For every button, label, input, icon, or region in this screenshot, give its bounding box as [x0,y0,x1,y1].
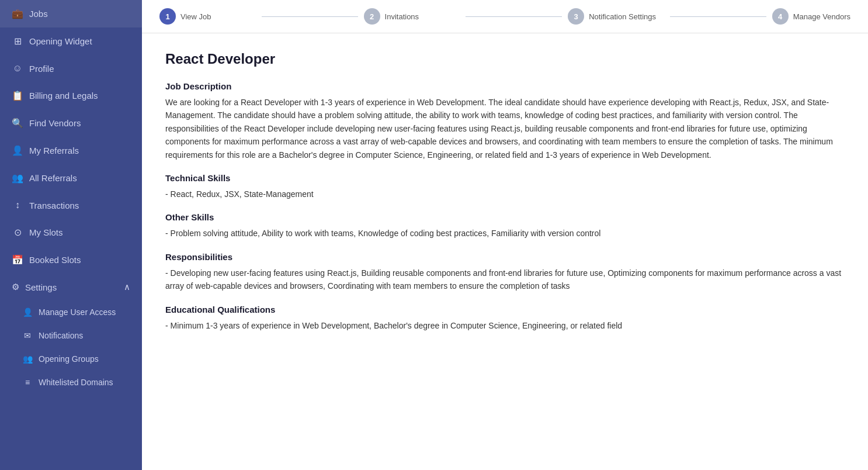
section-content-job-description: We are looking for a React Developer wit… [165,96,845,161]
my-slots-icon: ⊙ [12,227,23,238]
step-4: 4 Manage Vendors [772,8,850,25]
whitelisted-domains-icon: ≡ [22,378,33,387]
sidebar-label-billing-legals: Billing and Legals [29,91,98,101]
section-title-technical-skills: Technical Skills [165,173,845,183]
step-circle-3: 3 [568,8,584,25]
sidebar-label-booked-slots: Booked Slots [29,255,81,265]
jobs-icon: 💼 [12,8,23,19]
step-2: 2 Invitations [364,8,460,25]
sidebar-item-jobs[interactable]: 💼Jobs [0,0,142,27]
transactions-icon: ↕ [12,200,23,210]
step-1: 1 View Job [159,8,256,25]
sidebar-label-find-vendors: Find Vendors [29,118,81,128]
sidebar: 💼Jobs⊞Opening Widget☺Profile📋Billing and… [0,0,142,470]
step-label-2: Invitations [385,12,419,21]
step-3: 3 Notification Settings [568,8,664,25]
sidebar-label-my-referrals: My Referrals [29,146,79,155]
settings-icon: ⚙ [12,282,19,292]
main-content: 1 View Job 2 Invitations 3 Notification … [142,0,868,470]
sidebar-label-transactions: Transactions [29,201,79,210]
sidebar-settings-label: Settings [25,282,57,292]
stepper: 1 View Job 2 Invitations 3 Notification … [142,0,868,33]
sidebar-item-find-vendors[interactable]: 🔍Find Vendors [0,109,142,137]
sidebar-label-manage-user-access: Manage User Access [39,307,116,317]
sidebar-label-jobs: Jobs [29,9,48,19]
section-title-responsibilities: Responsibilities [165,252,845,262]
profile-icon: ☺ [12,63,23,74]
chevron-up-icon: ∧ [124,282,130,292]
step-line-1 [262,16,358,17]
sidebar-label-my-slots: My Slots [29,227,63,237]
sidebar-label-opening-widget: Opening Widget [29,36,92,46]
section-content-other-skills: - Problem solving attitude, Ability to w… [165,227,845,240]
all-referrals-icon: 👥 [12,172,23,184]
opening-widget-icon: ⊞ [12,36,23,47]
sidebar-label-notifications: Notifications [39,331,83,340]
sidebar-item-opening-groups[interactable]: 👥Opening Groups [0,347,142,371]
sidebar-item-billing-legals[interactable]: 📋Billing and Legals [0,82,142,109]
step-label-3: Notification Settings [589,12,656,21]
sidebar-label-whitelisted-domains: Whitelisted Domains [39,378,113,387]
booked-slots-icon: 📅 [12,254,23,265]
section-content-responsibilities: - Developing new user-facing features us… [165,267,845,293]
step-circle-4: 4 [772,8,789,25]
sidebar-label-all-referrals: All Referrals [29,173,77,183]
billing-legals-icon: 📋 [12,90,23,101]
section-content-technical-skills: - React, Redux, JSX, State-Management [165,188,845,201]
sidebar-item-whitelisted-domains[interactable]: ≡Whitelisted Domains [0,371,142,394]
sidebar-item-my-slots[interactable]: ⊙My Slots [0,219,142,246]
sidebar-item-profile[interactable]: ☺Profile [0,55,142,82]
sidebar-label-opening-groups: Opening Groups [39,354,99,364]
step-line-2 [466,16,562,17]
section-title-job-description: Job Description [165,81,845,91]
find-vendors-icon: 🔍 [12,117,23,129]
step-circle-2: 2 [364,8,380,25]
step-label-4: Manage Vendors [793,12,850,21]
manage-user-access-icon: 👤 [22,307,33,317]
notifications-icon: ✉ [22,331,33,340]
sidebar-item-notifications[interactable]: ✉Notifications [0,324,142,347]
section-title-educational-qualifications: Educational Qualifications [165,305,845,315]
sidebar-settings-toggle[interactable]: ⚙ Settings ∧ [0,274,142,300]
sidebar-item-manage-user-access[interactable]: 👤Manage User Access [0,300,142,324]
opening-groups-icon: 👥 [22,354,33,364]
step-label-1: View Job [180,12,211,21]
content-area: React Developer Job DescriptionWe are lo… [142,33,868,470]
step-circle-1: 1 [159,8,176,25]
sidebar-label-profile: Profile [29,64,54,74]
sidebar-item-opening-widget[interactable]: ⊞Opening Widget [0,27,142,55]
section-content-educational-qualifications: - Minimum 1-3 years of experience in Web… [165,319,845,332]
sidebar-item-all-referrals[interactable]: 👥All Referrals [0,164,142,192]
sidebar-item-transactions[interactable]: ↕Transactions [0,192,142,219]
sidebar-item-booked-slots[interactable]: 📅Booked Slots [0,246,142,274]
my-referrals-icon: 👤 [12,145,23,156]
step-line-3 [670,16,766,17]
sidebar-item-my-referrals[interactable]: 👤My Referrals [0,137,142,164]
section-title-other-skills: Other Skills [165,212,845,222]
job-title: React Developer [165,51,845,67]
